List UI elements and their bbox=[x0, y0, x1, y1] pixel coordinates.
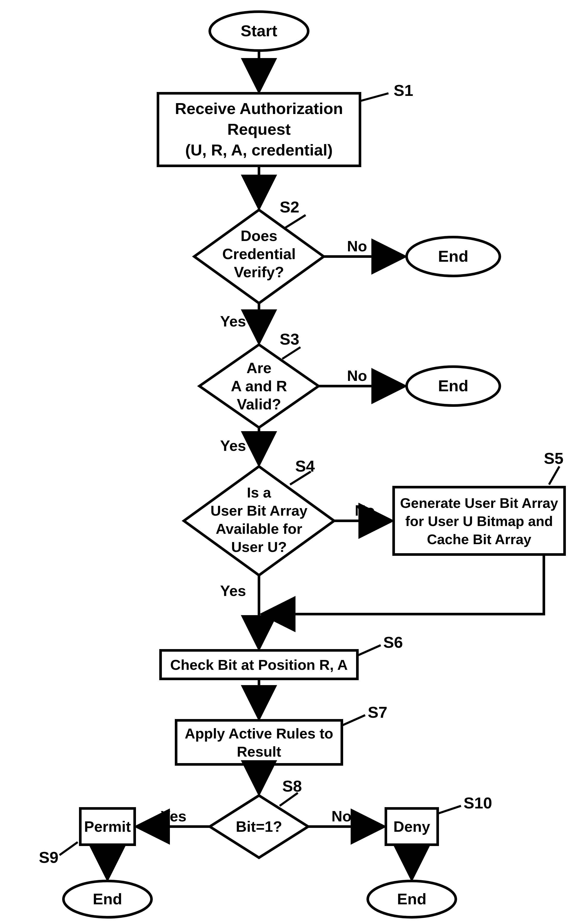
s7-step-label: S7 bbox=[368, 703, 388, 721]
end-after-s9-label: End bbox=[93, 890, 122, 908]
s1-text-1: Receive Authorization bbox=[175, 100, 343, 117]
s3-yes-label: Yes bbox=[220, 437, 246, 454]
start-label: Start bbox=[241, 22, 277, 40]
s10-text-1: Deny bbox=[393, 818, 430, 835]
s2-text-2: Credential bbox=[222, 246, 296, 262]
s8-no-label: No bbox=[331, 808, 351, 824]
s2-no-label: No bbox=[347, 238, 367, 255]
s2-text-3: Verify? bbox=[234, 264, 284, 280]
s2-yes-label: Yes bbox=[220, 313, 246, 330]
flowchart: Start Receive Authorization Request (U, … bbox=[0, 0, 570, 924]
end-after-s3-label: End bbox=[438, 377, 468, 394]
end-after-s2-label: End bbox=[438, 247, 468, 265]
s5-text-3: Cache Bit Array bbox=[427, 531, 531, 547]
s4-yes-label: Yes bbox=[220, 582, 246, 599]
s5-text-2: for User U Bitmap and bbox=[405, 513, 553, 529]
s10-step-label: S10 bbox=[464, 794, 492, 812]
s3-no-label: No bbox=[347, 367, 367, 384]
s3-text-1: Are bbox=[247, 359, 272, 376]
s3-text-2: A and R bbox=[231, 378, 287, 394]
s1-text-3: (U, R, A, credential) bbox=[185, 141, 333, 159]
end-after-s10-label: End bbox=[397, 890, 426, 908]
s2-text-1: Does bbox=[241, 227, 277, 244]
s9-step-label: S9 bbox=[39, 848, 58, 866]
s3-text-3: Valid? bbox=[237, 396, 281, 413]
s4-text-3: Available for bbox=[216, 520, 302, 537]
s5-text-1: Generate User Bit Array bbox=[400, 495, 558, 511]
s4-step-label: S4 bbox=[295, 457, 315, 475]
s7-text-2: Result bbox=[237, 743, 281, 760]
s7-text-1: Apply Active Rules to bbox=[185, 725, 333, 741]
s8-text-1: Bit=1? bbox=[236, 818, 282, 835]
s9-text-1: Permit bbox=[84, 818, 131, 835]
s1-step-label: S1 bbox=[394, 81, 413, 99]
s4-text-1: Is a bbox=[247, 484, 271, 500]
s8-step-label: S8 bbox=[282, 777, 302, 795]
s5-step-label: S5 bbox=[544, 449, 564, 467]
s4-no-label: No bbox=[355, 502, 375, 519]
s6-text-1: Check Bit at Position R, A bbox=[170, 657, 348, 673]
s6-step-label: S6 bbox=[383, 633, 403, 651]
s1-text-2: Request bbox=[227, 120, 291, 138]
s3-step-label: S3 bbox=[280, 330, 299, 348]
s4-text-4: User U? bbox=[231, 539, 287, 555]
s8-yes-label: Yes bbox=[161, 808, 187, 824]
s2-step-label: S2 bbox=[280, 198, 299, 216]
s4-text-2: User Bit Array bbox=[210, 502, 308, 519]
